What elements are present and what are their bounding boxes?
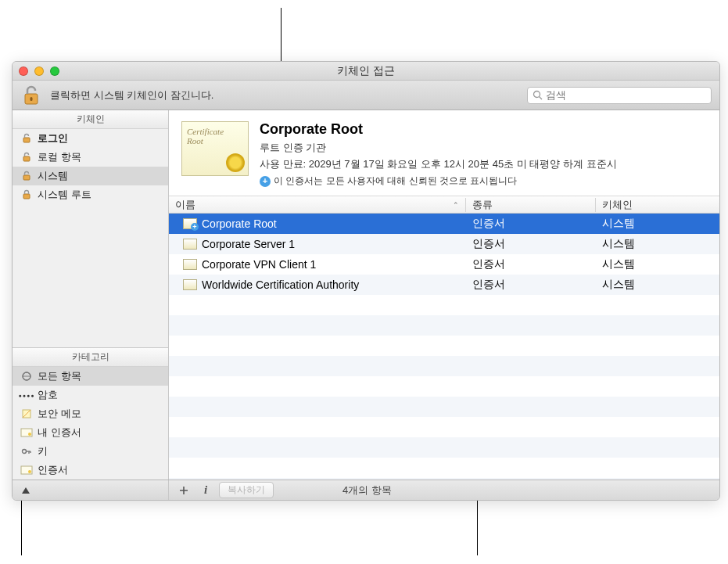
category-label: 모든 항목 <box>38 369 81 383</box>
row-keychain: 시스템 <box>596 237 719 251</box>
window-title: 키체인 접근 <box>13 64 719 78</box>
lock-icon[interactable] <box>20 84 42 106</box>
search-input[interactable] <box>527 87 712 104</box>
add-button[interactable] <box>175 483 192 498</box>
maximize-button[interactable] <box>50 66 59 76</box>
empty-row <box>169 376 719 397</box>
table-row[interactable]: Worldwide Certification Authority인증서시스템 <box>169 275 719 295</box>
table-row[interactable]: Corporate VPN Client 1인증서시스템 <box>169 254 719 275</box>
empty-row <box>169 437 719 458</box>
row-kind: 인증서 <box>466 217 596 231</box>
table-row[interactable]: Corporate Server 1인증서시스템 <box>169 234 719 254</box>
trust-row: + 이 인증서는 모든 사용자에 대해 신뢰된 것으로 표시됩니다 <box>260 174 707 188</box>
detail-text: Corporate Root 루트 인증 기관 사용 만료: 2029년 7월 … <box>260 121 707 188</box>
body: 키체인 로그인로컬 항목시스템시스템 루트 카테고리 모든 항목●●●●암호보안… <box>13 110 719 480</box>
row-keychain: 시스템 <box>596 217 719 231</box>
table-body: Corporate Root인증서시스템Corporate Server 1인증… <box>169 214 719 480</box>
dots-icon: ●●●● <box>20 389 33 401</box>
statusbar: i 복사하기 4개의 항목 <box>13 480 719 500</box>
certificate-icon <box>183 259 197 270</box>
key-icon <box>20 445 33 458</box>
column-name[interactable]: 이름 ⌃ <box>169 198 466 212</box>
cert-subtitle: 루트 인증 기관 <box>260 141 707 155</box>
category-item[interactable]: 모든 항목 <box>13 367 168 386</box>
empty-row <box>169 417 719 437</box>
table-header: 이름 ⌃ 종류 키체인 <box>169 196 719 214</box>
row-name: Corporate Server 1 <box>202 238 295 250</box>
empty-row <box>169 336 719 356</box>
svg-rect-4 <box>23 138 30 142</box>
keychains-list: 로그인로컬 항목시스템시스템 루트 <box>13 129 168 204</box>
categories-header: 카테고리 <box>13 347 168 367</box>
trust-plus-icon: + <box>260 176 271 187</box>
keychain-item[interactable]: 로그인 <box>13 129 168 148</box>
search-icon <box>533 90 543 100</box>
empty-row <box>169 356 719 376</box>
locked-icon <box>20 189 33 201</box>
empty-row <box>169 295 719 315</box>
item-count: 4개의 항목 <box>342 483 392 498</box>
category-label: 인증서 <box>38 463 68 477</box>
certificate-large-icon: Certificate Root <box>181 121 249 176</box>
status-buttons: i 복사하기 <box>169 482 280 498</box>
callout-line-bottomleft <box>21 501 22 555</box>
keychain-item[interactable]: 로컬 항목 <box>13 148 168 167</box>
category-item[interactable]: 인증서 <box>13 461 168 480</box>
keychains-header: 키체인 <box>13 110 168 129</box>
note-icon <box>20 408 33 420</box>
callout-line-bottomright <box>477 501 478 555</box>
certificate-icon <box>183 239 197 250</box>
certificate-icon <box>183 218 197 229</box>
column-keychain[interactable]: 키체인 <box>596 198 719 212</box>
keychain-item[interactable]: 시스템 <box>13 167 168 185</box>
cert-icon <box>20 426 33 439</box>
svg-rect-6 <box>23 175 30 180</box>
row-name: Corporate VPN Client 1 <box>202 258 316 271</box>
empty-row <box>169 458 719 478</box>
minimize-button[interactable] <box>34 66 44 76</box>
keychain-label: 시스템 <box>38 169 68 183</box>
row-kind: 인증서 <box>466 237 596 251</box>
category-label: 키 <box>38 444 48 458</box>
search-field[interactable] <box>546 89 706 101</box>
trust-message: 이 인증서는 모든 사용자에 대해 신뢰된 것으로 표시됩니다 <box>274 174 517 188</box>
unlocked-icon <box>20 170 33 182</box>
copy-button[interactable]: 복사하기 <box>219 482 274 498</box>
category-item[interactable]: 내 인증서 <box>13 423 168 442</box>
sidebar-toggle-button[interactable] <box>17 483 34 498</box>
titlebar: 키체인 접근 <box>13 62 719 81</box>
row-keychain: 시스템 <box>596 257 719 271</box>
row-kind: 인증서 <box>466 257 596 271</box>
category-label: 암호 <box>38 388 58 402</box>
window-controls <box>19 66 59 76</box>
sort-asc-icon: ⌃ <box>453 201 459 209</box>
svg-rect-7 <box>23 194 30 199</box>
keychain-item[interactable]: 시스템 루트 <box>13 185 168 204</box>
svg-point-2 <box>534 92 540 98</box>
all-icon <box>20 370 33 383</box>
close-button[interactable] <box>19 66 28 76</box>
unlocked-icon <box>20 132 33 145</box>
category-item[interactable]: ●●●●암호 <box>13 386 168 404</box>
keychain-access-window: 키체인 접근 클릭하면 시스템 키체인이 잠긴니다. 키체인 로그인로컬 항목시… <box>12 61 720 501</box>
svg-rect-1 <box>30 97 33 101</box>
toolbar: 클릭하면 시스템 키체인이 잠긴니다. <box>13 81 719 110</box>
keychain-label: 로컬 항목 <box>38 150 81 164</box>
category-item[interactable]: 키 <box>13 442 168 461</box>
empty-row <box>169 315 719 336</box>
keychain-label: 시스템 루트 <box>38 188 91 202</box>
unlocked-icon <box>20 151 33 163</box>
row-kind: 인증서 <box>466 278 596 292</box>
svg-point-11 <box>28 433 31 436</box>
column-kind[interactable]: 종류 <box>466 198 596 212</box>
table-row[interactable]: Corporate Root인증서시스템 <box>169 214 719 234</box>
cert-expiry: 사용 만료: 2029년 7월 17일 화요일 오후 12시 20분 45초 미… <box>260 157 707 171</box>
category-item[interactable]: 보안 메모 <box>13 404 168 423</box>
svg-marker-18 <box>22 487 30 494</box>
info-button[interactable]: i <box>197 483 214 498</box>
row-keychain: 시스템 <box>596 278 719 292</box>
callout-line-top <box>281 8 282 61</box>
category-label: 내 인증서 <box>38 426 81 440</box>
cert-title: Corporate Root <box>260 121 707 138</box>
certificate-icon <box>183 279 197 290</box>
